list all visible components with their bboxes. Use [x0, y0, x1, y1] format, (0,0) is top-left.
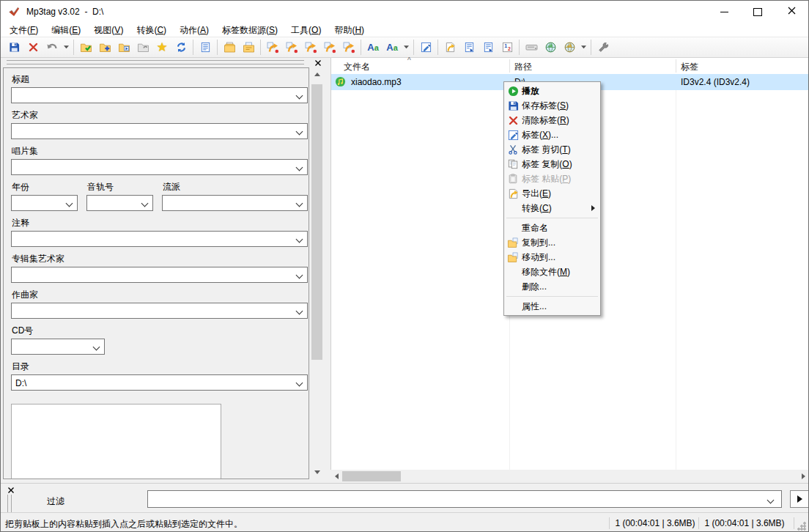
convert-tag-filename-button[interactable] [263, 39, 282, 56]
context-menu-item[interactable]: 标签 复制(O) [504, 157, 600, 171]
title-combobox[interactable] [11, 87, 308, 103]
maximize-button[interactable] [741, 1, 775, 23]
filter-drag-grip[interactable] [7, 495, 12, 512]
menubar-item[interactable]: 工具(O) [284, 23, 328, 37]
web-dropdown-icon [581, 45, 586, 49]
load-playlist-button[interactable] [239, 39, 258, 56]
context-menu-item[interactable]: 移动到... [504, 250, 600, 265]
hscrollbar-thumb[interactable] [342, 471, 401, 481]
context-menu-item[interactable]: 导出(E) [504, 186, 600, 201]
numbering-wizard-button[interactable]: 12 [498, 39, 517, 56]
case-dropdown-button[interactable] [402, 39, 411, 56]
context-menu-item[interactable]: 转换(C) [504, 201, 600, 215]
folder-playlist-button[interactable] [114, 39, 133, 56]
panel-splitter[interactable] [323, 58, 330, 483]
menubar-item[interactable]: 转换(C) [130, 23, 173, 37]
chevron-down-icon [296, 308, 303, 315]
playlist-all-button[interactable] [459, 39, 479, 56]
context-menu-item[interactable]: 保存标签(S) [504, 98, 600, 113]
context-menu-item[interactable]: 移除文件(M) [504, 265, 600, 279]
column-divider[interactable] [676, 59, 676, 73]
cd-drive-button[interactable] [522, 39, 541, 56]
hscrollbar-right-button[interactable] [797, 470, 809, 483]
close-icon [8, 484, 14, 495]
refresh-button[interactable] [171, 39, 191, 56]
comment-combobox[interactable] [11, 231, 308, 247]
favorites-button[interactable]: ★ [152, 39, 171, 56]
context-menu-item[interactable]: 复制到... [504, 235, 600, 250]
convert-filename-tag-button[interactable] [282, 39, 301, 56]
context-menu-item[interactable]: 标签(X)... [504, 128, 600, 142]
menubar-item[interactable]: 视图(V) [87, 23, 130, 37]
menubar-item[interactable]: 标签数据源(S) [215, 23, 284, 37]
context-menu-item[interactable]: 标签 粘贴(P) [504, 171, 600, 186]
convert-filename-filename-icon [305, 42, 317, 53]
web-dropdown-button[interactable] [579, 39, 588, 56]
context-menu-item[interactable]: 标签 剪切(T) [504, 142, 600, 157]
export-button[interactable] [440, 39, 459, 56]
edit-tag-button[interactable] [416, 39, 435, 56]
save-playlist-button[interactable] [220, 39, 239, 56]
year-combobox[interactable] [11, 195, 78, 211]
panel-drag-grip[interactable] [7, 60, 304, 64]
panel-close-button[interactable] [313, 58, 323, 67]
filter-close-button[interactable] [6, 485, 15, 494]
minimize-button[interactable] [707, 1, 741, 23]
numbering-wizard-icon: 12 [502, 42, 513, 53]
disc-combobox[interactable] [11, 339, 105, 355]
close-icon [315, 57, 321, 68]
context-menu-item[interactable]: 重命名 [504, 221, 600, 235]
web-source-1-button[interactable] [541, 39, 560, 56]
context-menu-item[interactable]: 清除标签(R) [504, 113, 600, 128]
genre-label: 流派 [163, 181, 180, 193]
filter-apply-button[interactable] [790, 490, 809, 508]
chevron-down-icon [296, 236, 303, 243]
case-conversion-button[interactable]: Aa [363, 39, 383, 56]
vscrollbar-up-button[interactable] [311, 68, 323, 81]
favorites-icon: ★ [156, 41, 167, 53]
context-menu-item[interactable]: 删除... [504, 279, 600, 294]
web-source-2-button[interactable] [560, 39, 579, 56]
genre-combobox[interactable] [162, 195, 308, 211]
vscrollbar-thumb[interactable] [311, 84, 322, 360]
menubar-item[interactable]: 编辑(E) [45, 23, 87, 37]
close-button[interactable] [775, 1, 808, 23]
album-combobox[interactable] [11, 159, 308, 175]
options-button[interactable] [594, 39, 613, 56]
menubar-item[interactable]: 文件(F) [3, 23, 45, 37]
composer-combobox[interactable] [11, 303, 308, 319]
convert-textfile-tag-button[interactable] [320, 39, 339, 56]
remove-button[interactable] [23, 39, 43, 56]
album-artist-combobox[interactable] [11, 267, 308, 283]
convert-filename-filename-button[interactable] [301, 39, 320, 56]
hscrollbar-left-button[interactable] [330, 470, 343, 483]
vscrollbar-down-button[interactable] [311, 466, 323, 479]
column-header-filename[interactable]: 文件名 [344, 61, 370, 73]
file-list-button[interactable] [196, 39, 215, 56]
playlist-selected-button[interactable] [479, 39, 498, 56]
undo-button[interactable] [43, 39, 62, 56]
options-icon [598, 42, 609, 53]
folder-library-button[interactable] [133, 39, 152, 56]
menubar-item[interactable]: 动作(A) [173, 23, 215, 37]
context-menu-item[interactable]: 播放 [504, 84, 600, 98]
artist-combobox[interactable] [11, 123, 308, 139]
undo-dropdown-icon [64, 45, 69, 49]
cover-art-box[interactable] [11, 404, 221, 479]
resize-grip[interactable] [797, 522, 806, 531]
cell-tag: ID3v2.4 (ID3v2.4) [681, 77, 750, 87]
context-menu-item[interactable]: 属性... [504, 299, 600, 314]
column-divider[interactable] [509, 59, 510, 73]
undo-dropdown-button[interactable] [62, 39, 71, 56]
change-directory-button[interactable] [76, 39, 95, 56]
save-button[interactable] [4, 39, 23, 56]
column-header-tag[interactable]: 标签 [681, 61, 698, 73]
add-directory-button[interactable] [95, 39, 114, 56]
case-conversion-2-button[interactable]: Aa [383, 39, 402, 56]
column-header-path[interactable]: 路径 [514, 61, 532, 73]
track-combobox[interactable] [86, 195, 153, 211]
convert-tag-tag-button[interactable] [339, 39, 358, 56]
directory-combobox[interactable]: D:\ [11, 374, 308, 391]
menubar-item[interactable]: 帮助(H) [328, 23, 371, 37]
filter-input[interactable] [147, 490, 782, 508]
